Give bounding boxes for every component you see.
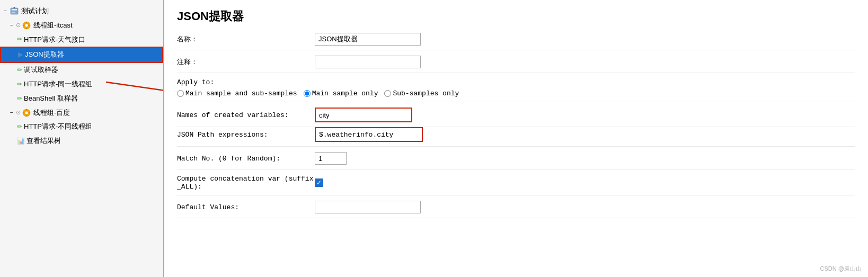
http-weather-label: HTTP请求-天气接口 [24, 34, 85, 46]
default-values-row: Default Values: [177, 201, 855, 218]
json-path-label: JSON Path expressions: [177, 131, 315, 139]
comment-row: 注释： [177, 56, 855, 73]
comment-input[interactable] [315, 56, 421, 68]
city-input[interactable] [316, 109, 411, 121]
comment-label: 注释： [177, 57, 315, 67]
tree-item-thread-baidu[interactable]: − ⊙ 线程组-百度 [0, 106, 163, 120]
radio-sub-only[interactable]: Sub-samples only [384, 90, 459, 97]
pencil-icon-weather: ✏ [17, 34, 22, 44]
panel-title: JSON提取器 [177, 8, 855, 24]
default-values-input[interactable] [315, 201, 421, 213]
apply-to-label: Apply to: [177, 78, 855, 86]
radio-input-main-sub[interactable] [177, 90, 184, 97]
tree-item-http-same[interactable]: ✏ HTTP请求-同一线程组 [0, 77, 163, 92]
svg-point-6 [25, 24, 28, 27]
radio-input-main-only[interactable] [304, 90, 311, 97]
default-values-label: Default Values: [177, 203, 315, 211]
json-path-input-wrapper [315, 127, 423, 142]
name-label: 名称： [177, 34, 315, 44]
result-tree-icon: 📊 [17, 136, 25, 146]
tree-item-http-weather[interactable]: ✏ HTTP请求-天气接口 [0, 33, 163, 47]
right-panel: JSON提取器 名称： 注释： Apply to: Main sample an… [164, 0, 868, 277]
json-extractor-label: JSON提取器 [25, 49, 64, 60]
variables-label: Names of created variables: [177, 111, 315, 119]
thread-icon-itcast [22, 21, 31, 30]
radio-main-only-label: Main sample only [312, 90, 378, 97]
match-no-label: Match No. (0 for Random): [177, 155, 315, 163]
variables-row: Names of created variables: [177, 108, 855, 127]
tree-item-beanshell[interactable]: ✏ BeanShell 取样器 [0, 92, 163, 106]
radio-main-sub[interactable]: Main sample and sub-samples [177, 90, 297, 97]
match-no-row: Match No. (0 for Random): [177, 152, 855, 169]
expand-icon[interactable]: − [2, 8, 8, 14]
json-path-row: JSON Path expressions: [177, 127, 855, 147]
city-input-wrapper [315, 108, 412, 122]
apply-to-row: Apply to: Main sample and sub-samples Ma… [177, 78, 855, 102]
radio-input-sub-only[interactable] [384, 90, 391, 97]
compute-label: Compute concatenation var (suffix _ALL): [177, 175, 315, 191]
compute-row: Compute concatenation var (suffix _ALL): [177, 175, 855, 195]
name-input[interactable] [315, 33, 421, 46]
http-diff-label: HTTP请求-不同线程组 [24, 121, 92, 132]
radio-main-only[interactable]: Main sample only [304, 90, 378, 97]
result-tree-label: 查看结果树 [26, 136, 61, 147]
tree-item-debug-sampler[interactable]: ✏ 调试取样器 [0, 63, 163, 77]
watermark: CSDN @袁山山 [820, 265, 862, 273]
tree-connector: ⊙ [16, 21, 21, 30]
test-plan-label: 测试计划 [21, 6, 49, 17]
expand-icon-thread-itcast[interactable]: − [8, 22, 15, 29]
name-row: 名称： [177, 33, 855, 50]
tree-item-thread-itcast[interactable]: − ⊙ 线程组-itcast [0, 19, 163, 33]
pencil-icon-same: ✏ [17, 79, 22, 90]
pencil-icon-diff: ✏ [17, 122, 22, 132]
http-same-label: HTTP请求-同一线程组 [24, 79, 92, 90]
thread-itcast-label: 线程组-itcast [33, 20, 73, 31]
debug-sampler-label: 调试取样器 [24, 65, 58, 76]
radio-group: Main sample and sub-samples Main sample … [177, 90, 855, 97]
thread-icon-baidu [22, 108, 31, 118]
svg-point-12 [25, 111, 28, 114]
tree-item-http-diff[interactable]: ✏ HTTP请求-不同线程组 [0, 120, 163, 134]
tree-panel: − 测试计划 − ⊙ [0, 0, 164, 277]
tree-item-json-extractor[interactable]: ▶ JSON提取器 [0, 47, 163, 63]
tree-connector-baidu: ⊙ [16, 108, 21, 118]
pencil-icon-debug: ✏ [17, 65, 22, 75]
json-path-input[interactable] [316, 128, 422, 141]
radio-sub-only-label: Sub-samples only [393, 90, 459, 97]
json-arrow-icon: ▶ [18, 49, 23, 60]
tree-item-result-tree[interactable]: 📊 查看结果树 [0, 134, 163, 148]
radio-main-sub-label: Main sample and sub-samples [185, 90, 297, 97]
expand-icon-thread-baidu[interactable]: − [8, 110, 15, 116]
beanshell-label: BeanShell 取样器 [24, 93, 78, 104]
svg-point-4 [14, 7, 15, 8]
tree-item-test-plan[interactable]: − 测试计划 [0, 4, 163, 19]
thread-baidu-label: 线程组-百度 [33, 108, 70, 119]
plan-icon [10, 6, 19, 16]
match-no-input[interactable] [315, 152, 347, 165]
pencil-icon-bean: ✏ [17, 94, 22, 104]
compute-checkbox[interactable] [315, 178, 323, 187]
